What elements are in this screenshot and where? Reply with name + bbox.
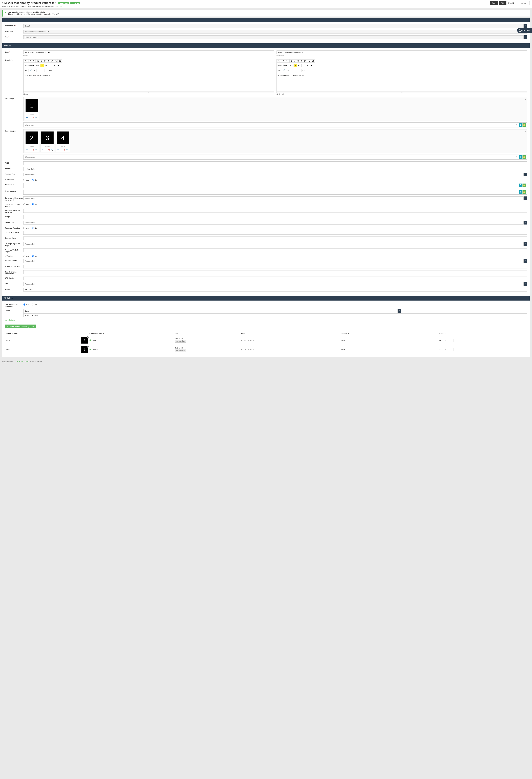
hr-icon[interactable]: — bbox=[293, 69, 297, 72]
variant-thumbnail[interactable]: 1× bbox=[81, 337, 88, 344]
superscript-icon[interactable]: X² bbox=[303, 60, 307, 62]
chevron-down-icon[interactable]: ˅ bbox=[524, 242, 527, 246]
remove-format-icon[interactable]: T|▾ bbox=[297, 64, 302, 67]
align-icon[interactable]: ≡▾ bbox=[56, 64, 60, 67]
chevron-down-icon[interactable]: ˅ bbox=[398, 309, 401, 313]
url-handle-input[interactable] bbox=[23, 277, 527, 280]
strike-icon[interactable]: S bbox=[300, 60, 303, 62]
trash-icon[interactable]: 🗑 bbox=[515, 123, 519, 127]
chip-white[interactable]: ✕ White bbox=[32, 314, 38, 316]
variant-publishing-status-button[interactable]: ⇄ Variant Product Publishing Status bbox=[5, 324, 36, 328]
ul-icon[interactable]: ☰ bbox=[303, 64, 306, 67]
resize-handle[interactable]: ═ bbox=[23, 92, 274, 93]
drag-icon[interactable]: ☰ bbox=[26, 117, 28, 119]
chevron-down-icon[interactable]: ˅ bbox=[524, 24, 527, 28]
chip-black[interactable]: ✕ Black bbox=[25, 314, 31, 316]
option1-select[interactable] bbox=[23, 309, 398, 313]
compare-price-input[interactable] bbox=[23, 231, 527, 235]
unpublish-button[interactable]: Unpublish bbox=[506, 1, 518, 5]
font-size-dropdown[interactable]: 14 ▾ bbox=[35, 64, 41, 67]
link-icon[interactable]: 🔗 bbox=[282, 69, 286, 72]
breadcrumb-home[interactable]: Home bbox=[2, 5, 7, 7]
zoom-icon[interactable]: 🔍 bbox=[35, 117, 38, 119]
font-family-dropdown[interactable]: sans-serif ▾ bbox=[277, 64, 288, 67]
strike-icon[interactable]: S bbox=[47, 60, 50, 62]
folder-icon[interactable]: 📁 bbox=[523, 123, 526, 127]
variant-special-price-input[interactable] bbox=[346, 348, 357, 351]
size-select[interactable] bbox=[23, 282, 524, 286]
vendor-input[interactable] bbox=[23, 167, 527, 171]
style-dropdown[interactable]: ✎▾ bbox=[277, 60, 282, 62]
name-en-input[interactable] bbox=[23, 51, 274, 54]
table-icon[interactable]: ⊞▾ bbox=[24, 69, 29, 72]
code-icon[interactable]: </> bbox=[302, 69, 306, 72]
drag-icon[interactable]: ☰ bbox=[42, 148, 44, 151]
font-family-dropdown[interactable]: sans-serif ▾ bbox=[24, 64, 35, 67]
get-help-button[interactable]: ? Get Help bbox=[517, 28, 532, 33]
video-icon[interactable]: ▭ bbox=[290, 69, 293, 72]
requires-shipping-yes[interactable]: Yes bbox=[23, 227, 29, 229]
close-icon[interactable]: × bbox=[525, 130, 526, 133]
chevron-down-icon[interactable]: ˅ bbox=[524, 173, 527, 176]
code-icon[interactable]: </> bbox=[49, 69, 53, 72]
image-icon[interactable]: 🖼 bbox=[33, 69, 37, 72]
folder-icon[interactable]: 📁 bbox=[523, 155, 526, 159]
seo-title-input[interactable] bbox=[23, 265, 527, 268]
subscript-icon[interactable]: X₂ bbox=[54, 60, 58, 62]
edit-button[interactable]: Edit bbox=[499, 1, 506, 5]
folder-icon[interactable]: 📁 bbox=[523, 184, 526, 187]
variant-qty-input[interactable] bbox=[443, 348, 454, 351]
chevron-down-icon[interactable]: ˅ bbox=[524, 196, 527, 200]
chevron-down-icon[interactable]: ˅ bbox=[524, 221, 527, 225]
ol-icon[interactable]: ≡ bbox=[53, 64, 56, 67]
bold-icon[interactable]: B bbox=[37, 60, 40, 62]
ul-icon[interactable]: ☰ bbox=[49, 64, 53, 67]
font-size-dropdown[interactable]: 14 ▾ bbox=[288, 64, 293, 67]
save-button[interactable]: Save bbox=[490, 1, 498, 5]
undo-icon[interactable]: ↶ bbox=[29, 60, 32, 62]
redo-icon[interactable]: ↷ bbox=[32, 60, 36, 62]
delete-icon[interactable]: 🗑 bbox=[33, 148, 35, 151]
close-icon[interactable]: × bbox=[525, 98, 526, 101]
hr-icon[interactable]: — bbox=[40, 69, 44, 72]
italic-icon[interactable]: I bbox=[293, 60, 296, 62]
chevron-down-icon[interactable]: ˅ bbox=[524, 282, 527, 286]
variant-price-input[interactable] bbox=[247, 339, 258, 342]
description-en-content[interactable]: test-shopify-product-variant-001e bbox=[23, 73, 274, 92]
style-dropdown[interactable]: ✎▾ bbox=[24, 60, 29, 62]
requires-shipping-no[interactable]: No bbox=[32, 227, 37, 229]
variant-qty-input[interactable] bbox=[443, 339, 454, 342]
chevron-down-icon[interactable]: ˅ bbox=[524, 36, 527, 39]
barcode-input[interactable] bbox=[23, 209, 527, 213]
breadcrumb-products[interactable]: Products bbox=[20, 5, 26, 7]
delete-icon[interactable]: 🗑 bbox=[64, 148, 66, 151]
seo-desc-input[interactable] bbox=[23, 270, 527, 274]
gift-card-no[interactable]: No bbox=[32, 179, 37, 181]
is-tracked-no[interactable]: No bbox=[32, 255, 37, 257]
product-type-select[interactable] bbox=[23, 173, 524, 176]
continue-selling-select[interactable] bbox=[23, 196, 524, 200]
other-images-upload[interactable]: × 2 (2.02 KB) ☰ 🗑 🔍3 (3.43 KB) ☰ 🗑 🔍4 (2… bbox=[23, 129, 527, 153]
zoom-icon[interactable]: 🔍 bbox=[66, 148, 68, 151]
fullscreen-icon[interactable]: ⛶ bbox=[45, 69, 49, 72]
video-icon[interactable]: ▭ bbox=[37, 69, 40, 72]
close-icon[interactable]: × bbox=[87, 346, 88, 348]
underline-icon[interactable]: U bbox=[43, 60, 47, 62]
delete-icon[interactable]: 🗑 bbox=[48, 148, 50, 151]
product-status-select[interactable] bbox=[23, 259, 524, 263]
gift-card-yes[interactable]: Yes bbox=[23, 179, 29, 181]
delete-icon[interactable]: 🗑 bbox=[33, 117, 35, 119]
zoom-icon[interactable]: 🔍 bbox=[35, 148, 38, 151]
italic-icon[interactable]: I bbox=[40, 60, 43, 62]
variant-special-price-input[interactable] bbox=[346, 339, 357, 342]
has-variation-no[interactable]: No bbox=[32, 303, 37, 305]
subscript-icon[interactable]: X₂ bbox=[307, 60, 311, 62]
redo-icon[interactable]: ↷ bbox=[285, 60, 289, 62]
text-color-icon[interactable]: A bbox=[293, 64, 297, 67]
close-icon[interactable]: × bbox=[87, 337, 88, 338]
resize-handle[interactable]: ═ bbox=[277, 92, 527, 93]
cost-per-item-input[interactable] bbox=[23, 237, 527, 240]
trash-icon[interactable]: 🗑 bbox=[515, 155, 519, 159]
gallery-icon[interactable]: 🖼 bbox=[519, 184, 522, 187]
image-icon[interactable]: 🖼 bbox=[286, 69, 290, 72]
